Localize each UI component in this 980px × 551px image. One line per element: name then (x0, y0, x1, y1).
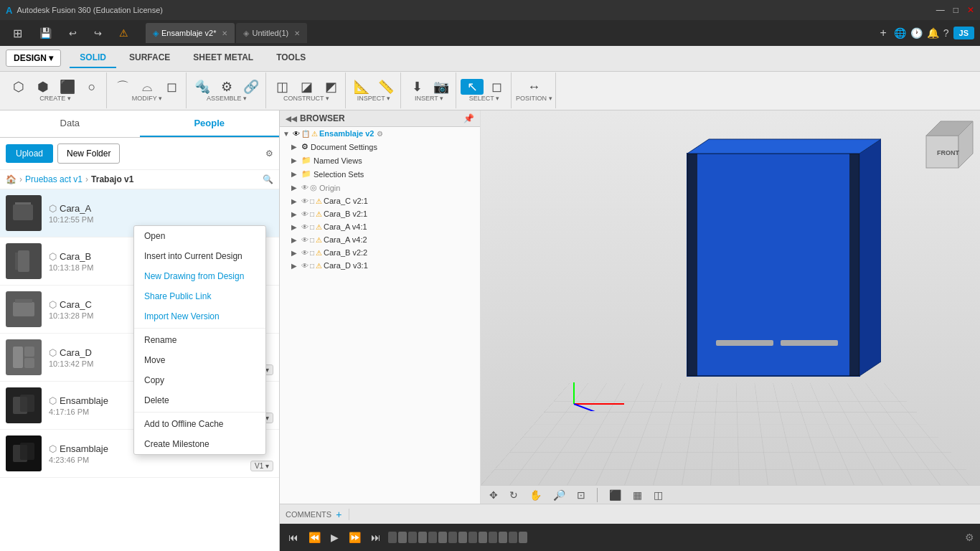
revolve-tool[interactable]: ⬢ (32, 79, 55, 95)
breadcrumb-level1[interactable]: Pruebas act v1 (25, 174, 83, 184)
browser-item-cara-a-v4-1[interactable]: ▶ 👁 □ ⚠ Cara_A v4:1 (280, 220, 480, 233)
hand-tool-button[interactable]: ✋ (527, 489, 545, 501)
fit-button[interactable]: ⊡ (574, 489, 588, 501)
add-comment-button[interactable]: + (336, 509, 341, 520)
close-button[interactable]: ✕ (967, 5, 974, 15)
version-badge-6[interactable]: V1 ▾ (250, 461, 273, 471)
contact-tool[interactable]: 🔗 (240, 79, 263, 95)
browser-item-origin[interactable]: ▶ 👁 ◎ Origin (280, 181, 480, 194)
midplane-tool[interactable]: ◩ (319, 79, 342, 95)
root-eye-icon[interactable]: 👁 (293, 130, 300, 138)
save-button[interactable]: 💾 (32, 23, 59, 43)
measure-tool[interactable]: 📐 (350, 79, 373, 95)
timeline-beginning-button[interactable]: ⏮ (286, 530, 301, 545)
cara-a2-eye-icon[interactable]: 👁 (301, 236, 308, 244)
visual-style-button[interactable]: ▦ (630, 489, 645, 501)
timeline-settings-icon[interactable]: ⚙ (965, 532, 974, 543)
upload-button[interactable]: Upload (6, 144, 53, 163)
viewport-main[interactable]: FRONT ✥ ↻ ✋ 🔎 ⊡ ⬛ ▦ ◫ (481, 110, 980, 504)
cara-a1-eye-icon[interactable]: 👁 (301, 223, 308, 231)
section-tool[interactable]: 📏 (374, 79, 397, 95)
cara-c-eye-icon[interactable]: 👁 (301, 197, 308, 205)
tab-surface[interactable]: SURFACE (119, 48, 180, 68)
grid-view-button[interactable]: ⊞ (6, 23, 29, 43)
browser-item-cara-a-v4-2[interactable]: ▶ 👁 □ ⚠ Cara_A v4:2 (280, 233, 480, 246)
timeline-mark[interactable] (448, 532, 457, 543)
ctx-new-drawing[interactable]: New Drawing from Design (134, 266, 265, 286)
offset-plane-tool[interactable]: ◫ (270, 79, 293, 95)
browser-pin-icon[interactable]: 📌 (463, 113, 474, 123)
display-mode-button[interactable]: ⬛ (606, 489, 624, 501)
ctx-rename[interactable]: Rename (134, 330, 265, 350)
sweep-tool[interactable]: ⬛ (56, 79, 79, 95)
timeline-back-button[interactable]: ⏪ (306, 530, 324, 545)
browser-root[interactable]: ▼ 👁 📋 ⚠ Ensamblaje v2 ⚙ (280, 127, 480, 140)
design-dropdown-button[interactable]: DESIGN ▾ (6, 50, 61, 67)
breadcrumb-home[interactable]: 🏠 (6, 174, 17, 184)
timeline-mark[interactable] (418, 532, 427, 543)
timeline-mark[interactable] (458, 532, 467, 543)
browser-item-doc-settings[interactable]: ▶ ⚙ Document Settings (280, 140, 480, 154)
browser-collapse-icon[interactable]: ◀◀ (286, 115, 297, 123)
window-select-tool[interactable]: ◻ (485, 79, 508, 95)
timeline-mark[interactable] (388, 532, 397, 543)
shell-tool[interactable]: ◻ (160, 79, 183, 95)
position-tool[interactable]: ↔ (522, 79, 545, 95)
tab-data[interactable]: Data (0, 110, 140, 137)
bell-button[interactable]: 🔔 (927, 27, 939, 39)
motion-tool[interactable]: ⚙ (215, 79, 238, 95)
timeline-mark[interactable] (509, 532, 517, 543)
tab-sheet-metal[interactable]: SHEET METAL (183, 48, 263, 68)
timeline-mark[interactable] (438, 532, 447, 543)
tab-close2-icon[interactable]: ✕ (294, 29, 300, 37)
warning-button[interactable]: ⚠ (112, 23, 136, 43)
cara-b2-eye-icon[interactable]: 👁 (301, 249, 308, 257)
tab-ensamblaje[interactable]: ◈ Ensamblaje v2* ✕ (146, 23, 235, 43)
browser-item-cara-c-v2-1[interactable]: ▶ 👁 □ ⚠ Cara_C v2:1 (280, 194, 480, 207)
browser-item-cara-d-v3-1[interactable]: ▶ 👁 □ ⚠ Cara_D v3:1 (280, 259, 480, 272)
help-button[interactable]: ? (943, 27, 949, 39)
ctx-milestone[interactable]: Create Milestone (134, 434, 265, 454)
ctx-copy[interactable]: Copy (134, 370, 265, 390)
cube-orientation-widget[interactable]: FRONT (923, 118, 973, 168)
new-folder-button[interactable]: New Folder (57, 143, 120, 164)
chamfer-tool[interactable]: ⌓ (136, 79, 159, 95)
redo-button[interactable]: ↪ (87, 23, 109, 43)
root-gear-icon[interactable]: ⚙ (377, 130, 383, 138)
timeline-mark[interactable] (519, 532, 527, 543)
globe-button[interactable]: 🌐 (894, 27, 906, 39)
tab-untitled[interactable]: ◈ Untitled(1) ✕ (236, 23, 307, 43)
joint-tool[interactable]: 🔩 (191, 79, 214, 95)
browser-item-cara-b-v2-2[interactable]: ▶ 👁 □ ⚠ Cara_B v2:2 (280, 246, 480, 259)
user-initials[interactable]: JS (953, 27, 974, 39)
extrude-tool[interactable]: ⬡ (7, 79, 30, 95)
timeline-mark[interactable] (479, 532, 487, 543)
browser-item-selection-sets[interactable]: ▶ 📁 Selection Sets (280, 167, 480, 181)
maximize-button[interactable]: □ (953, 5, 958, 15)
select-tool[interactable]: ↖ (461, 79, 484, 95)
origin-eye-icon[interactable]: 👁 (301, 184, 308, 192)
zoom-tool-button[interactable]: 🔎 (550, 489, 568, 501)
timeline-play-button[interactable]: ▶ (328, 530, 341, 545)
cara-d-eye-icon[interactable]: 👁 (301, 262, 308, 270)
loft-tool[interactable]: ○ (80, 79, 103, 95)
tab-people[interactable]: People (140, 110, 280, 137)
timeline-mark[interactable] (499, 532, 507, 543)
new-tab-button[interactable]: + (875, 27, 890, 39)
browser-item-cara-b-v2-1[interactable]: ▶ 👁 □ ⚠ Cara_B v2:1 (280, 207, 480, 220)
ctx-insert[interactable]: Insert into Current Design (134, 246, 265, 266)
breadcrumb-search-icon[interactable]: 🔍 (263, 174, 273, 184)
cara-b1-eye-icon[interactable]: 👁 (301, 210, 308, 218)
environment-button[interactable]: ◫ (651, 489, 666, 501)
timeline-forward-button[interactable]: ⏩ (346, 530, 364, 545)
ctx-delete[interactable]: Delete (134, 390, 265, 410)
ctx-move[interactable]: Move (134, 350, 265, 370)
undo-button[interactable]: ↩ (62, 23, 84, 43)
tab-solid[interactable]: SOLID (70, 48, 116, 68)
timeline-mark[interactable] (489, 532, 497, 543)
tab-close-icon[interactable]: ✕ (222, 29, 227, 37)
orbit-tool-button[interactable]: ↻ (507, 489, 521, 501)
insert-mesh-tool[interactable]: ⬇ (405, 79, 428, 95)
fillet-tool[interactable]: ⌒ (111, 79, 134, 95)
ctx-import-version[interactable]: Import New Version (134, 306, 265, 326)
